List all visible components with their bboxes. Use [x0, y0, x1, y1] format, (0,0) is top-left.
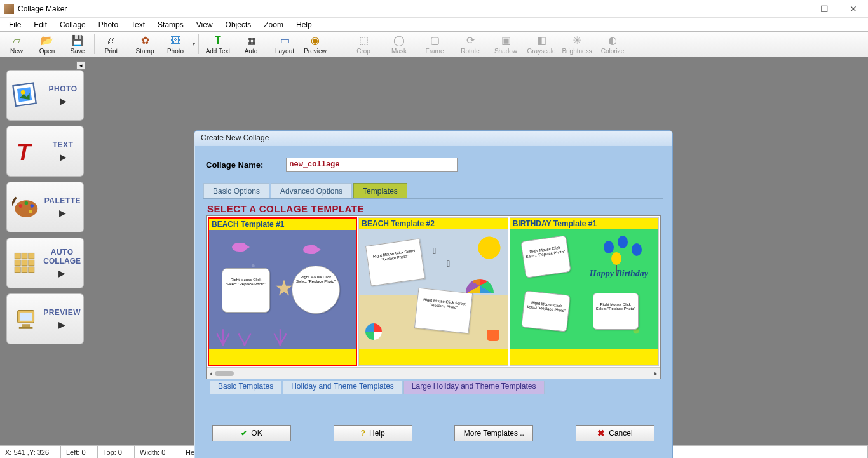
- template-birthday-1[interactable]: BIRTHDAY Template #1 Right Mouse Click S…: [510, 217, 659, 366]
- tab-basic-options[interactable]: Basic Options: [203, 183, 269, 198]
- tb-stamp[interactable]: ✿Stamp: [130, 32, 160, 57]
- more-templates-button[interactable]: More Templates ..: [454, 425, 533, 441]
- tb-shadow: ▣Shadow: [488, 32, 524, 57]
- tb-new[interactable]: ▱New: [1, 32, 32, 57]
- grayscale-icon: ◧: [535, 34, 548, 47]
- cancel-button[interactable]: ✖Cancel: [576, 425, 654, 441]
- crop-icon: ⬚: [357, 34, 370, 47]
- sb-top: Top: 0: [98, 446, 135, 458]
- titlebar: Collage Maker — ☐ ✕: [0, 0, 868, 18]
- menu-edit[interactable]: Edit: [27, 19, 53, 30]
- photo-placeholder: Right Mouse Click Select "Replace Photo": [520, 235, 571, 278]
- menu-file[interactable]: File: [3, 19, 27, 30]
- open-icon: 📂: [41, 34, 53, 47]
- toolbar: ▱New 📂Open 💾Save 🖨Print ✿Stamp 🖼Photo ▾ …: [0, 32, 868, 57]
- maximize-button[interactable]: ☐: [810, 0, 839, 18]
- svg-rect-16: [15, 267, 20, 273]
- workspace: ◂ PHOTO▶ T TEXT▶ PALETTE▶: [0, 57, 868, 445]
- collage-name-label: Collage Name:: [206, 160, 263, 170]
- sidebar-palette[interactable]: PALETTE▶: [6, 182, 84, 232]
- balloon-icon: [611, 252, 621, 265]
- print-icon: 🖨: [105, 34, 118, 47]
- sb-coords: X: 541 ,Y: 326: [0, 446, 61, 458]
- menu-help[interactable]: Help: [290, 19, 318, 30]
- tb-layout[interactable]: ▭Layout: [269, 32, 300, 57]
- ok-button[interactable]: ✔OK: [212, 425, 291, 441]
- tab-templates[interactable]: Templates: [353, 183, 407, 198]
- bird-icon: 𓅮: [447, 259, 450, 269]
- btab-holiday[interactable]: Holiday and Theme Templates: [283, 381, 402, 394]
- svg-rect-17: [22, 267, 27, 273]
- sidebar-photo[interactable]: PHOTO▶: [6, 70, 84, 121]
- tb-addtext[interactable]: TAdd Text: [200, 32, 236, 57]
- tb-save[interactable]: 💾Save: [62, 32, 93, 57]
- sidebar-collapse[interactable]: ◂: [76, 61, 85, 70]
- close-button[interactable]: ✕: [839, 0, 868, 18]
- scroll-right-icon[interactable]: ▸: [654, 370, 658, 377]
- svg-rect-18: [29, 267, 34, 273]
- umbrella-icon: [466, 279, 494, 293]
- svg-rect-10: [15, 253, 20, 259]
- sun-icon: [480, 238, 499, 257]
- tb-auto[interactable]: ▦Auto: [236, 32, 266, 57]
- coral-icon: [237, 328, 252, 346]
- tb-photo[interactable]: 🖼Photo: [160, 32, 191, 57]
- balloon-icon: [604, 241, 614, 253]
- photo-dropdown[interactable]: ▾: [191, 32, 197, 57]
- tb-rotate: ⟳Rotate: [452, 32, 488, 57]
- bird-icon: 𓅯: [433, 246, 436, 256]
- menu-view[interactable]: View: [190, 19, 219, 30]
- palette-panel-icon: [12, 192, 41, 222]
- sidebar-autocollage[interactable]: AUTOCOLLAGE▶: [6, 238, 84, 288]
- tb-preview[interactable]: ◉Preview: [300, 32, 330, 57]
- starfish-icon: [275, 280, 293, 297]
- template-beach-2[interactable]: BEACH Template #2 Right Mouse Click Sele…: [358, 217, 508, 366]
- preview-icon: ◉: [309, 34, 322, 47]
- photo-placeholder: Right Mouse Click Select "Replace Photo": [365, 238, 425, 286]
- help-button[interactable]: ?Help: [334, 425, 412, 441]
- arrow-icon: ▶: [58, 268, 65, 278]
- menu-photo[interactable]: Photo: [92, 19, 125, 30]
- menu-objects[interactable]: Objects: [219, 19, 258, 30]
- menu-stamps[interactable]: Stamps: [151, 19, 190, 30]
- tb-print[interactable]: 🖨Print: [96, 32, 126, 57]
- section-title: SELECT A COLLAGE TEMPLATE: [207, 203, 663, 214]
- tb-frame: ▢Frame: [417, 32, 452, 57]
- sidebar-preview[interactable]: PREVIEW▶: [6, 293, 84, 344]
- btab-basic[interactable]: Basic Templates: [210, 381, 281, 394]
- stamp-icon: ✿: [139, 34, 151, 47]
- minimize-button[interactable]: —: [780, 0, 810, 18]
- arrow-icon: ▶: [58, 320, 65, 330]
- menu-text[interactable]: Text: [125, 19, 151, 30]
- collage-name-input[interactable]: [286, 158, 458, 172]
- svg-point-7: [31, 204, 34, 208]
- svg-rect-22: [19, 327, 33, 329]
- svg-point-8: [29, 210, 32, 213]
- balloon-icon: [632, 243, 642, 256]
- beachball-icon: [365, 323, 382, 340]
- auto-icon: ▦: [245, 34, 257, 47]
- template-scrollbar[interactable]: ◂ ▸: [207, 367, 660, 379]
- menu-collage[interactable]: Collage: [53, 19, 92, 30]
- tb-crop: ⬚Crop: [346, 32, 381, 57]
- coral-icon: [215, 328, 231, 346]
- app-title: Collage Maker: [18, 4, 67, 13]
- photo-placeholder: Right Mouse Click Select "Replace Photo": [222, 268, 270, 313]
- scroll-left-icon[interactable]: ◂: [209, 370, 212, 377]
- arrow-icon: ▶: [60, 152, 67, 162]
- sidebar-text[interactable]: T TEXT▶: [6, 126, 84, 177]
- text-icon: T: [212, 34, 224, 47]
- fish-icon: [303, 245, 317, 254]
- tab-advanced-options[interactable]: Advanced Options: [271, 183, 352, 198]
- arrow-icon: ▶: [59, 208, 66, 218]
- tb-open[interactable]: 📂Open: [32, 32, 62, 57]
- frame-icon: ▢: [428, 34, 441, 47]
- sb-left: Left: 0: [61, 446, 98, 458]
- menu-zoom[interactable]: Zoom: [257, 19, 290, 30]
- template-beach-1[interactable]: BEACH Template #1 Right Mouse Click Sele…: [208, 217, 357, 366]
- bucket-icon: [487, 330, 499, 341]
- btab-large-holiday[interactable]: Large Holiday and Theme Templates: [403, 381, 545, 394]
- create-collage-dialog: Create New Collage Collage Name: Basic O…: [194, 130, 673, 458]
- coral-icon: [273, 328, 288, 346]
- scroll-thumb[interactable]: [215, 371, 234, 376]
